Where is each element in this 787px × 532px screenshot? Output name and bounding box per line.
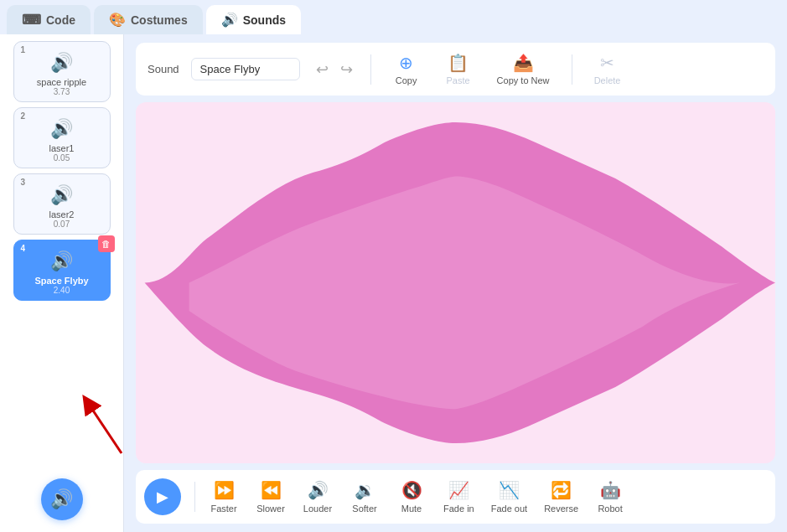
item-num-1: 1 <box>21 45 26 54</box>
louder-label: Louder <box>303 504 332 514</box>
speaker-icon-2: 🔊 <box>50 118 73 140</box>
speaker-icon-3: 🔊 <box>50 184 73 206</box>
item-num-4: 4 <box>21 244 26 253</box>
top-tabs: ⌨ Code 🎨 Costumes 🔊 Sounds <box>0 0 787 34</box>
effect-fade-in[interactable]: 📈 Fade in <box>435 477 483 517</box>
slower-label: Slower <box>256 504 285 514</box>
effect-fade-out[interactable]: 📉 Fade out <box>483 477 536 517</box>
tab-costumes-label: Costumes <box>131 13 188 27</box>
fade-in-icon: 📈 <box>448 480 469 500</box>
delete-label: Delete <box>594 75 621 85</box>
item-dur-2: 0.05 <box>54 153 70 163</box>
copy-to-new-action[interactable]: 📤 Copy to New <box>489 49 558 89</box>
effect-mute[interactable]: 🔇 Mute <box>388 477 435 517</box>
faster-icon: ⏩ <box>214 480 235 500</box>
copy-to-new-icon: 📤 <box>513 53 534 73</box>
tab-sounds[interactable]: 🔊 Sounds <box>206 5 301 34</box>
robot-label: Robot <box>598 504 622 514</box>
toolbar-divider-1 <box>370 54 371 85</box>
effect-reverse[interactable]: 🔁 Reverse <box>536 477 587 517</box>
costumes-icon: 🎨 <box>109 12 126 28</box>
undo-redo-group: ↩ ↪ <box>312 59 357 80</box>
item-name-4: Space Flyby <box>34 276 88 286</box>
tab-sounds-label: Sounds <box>243 13 286 27</box>
add-sound-button[interactable]: 🔊 <box>41 478 83 520</box>
effects-divider <box>194 482 195 512</box>
play-icon: ▶ <box>157 488 168 506</box>
sound-label: Sound <box>148 63 179 75</box>
paste-label: Paste <box>447 75 470 85</box>
copy-icon: ⊕ <box>399 53 413 73</box>
copy-action[interactable]: ⊕ Copy <box>385 49 428 89</box>
sounds-icon: 🔊 <box>221 12 238 28</box>
toolbar: Sound ↩ ↪ ⊕ Copy 📋 Paste 📤 Copy to New <box>136 43 775 96</box>
content-area: Sound ↩ ↪ ⊕ Copy 📋 Paste 📤 Copy to New <box>124 34 787 532</box>
fade-out-label: Fade out <box>491 504 527 514</box>
effect-slower[interactable]: ⏪ Slower <box>247 477 294 517</box>
mute-label: Mute <box>401 504 422 514</box>
faster-label: Faster <box>210 504 236 514</box>
redo-button[interactable]: ↪ <box>336 59 357 80</box>
mute-icon: 🔇 <box>401 480 422 500</box>
speaker-icon-4: 🔊 <box>50 251 73 272</box>
item-name-1: space ripple <box>37 77 86 87</box>
sound-name-input[interactable] <box>191 58 300 80</box>
sidebar-item-space-ripple[interactable]: 1 🔊 space ripple 3.73 <box>13 41 111 102</box>
louder-icon: 🔊 <box>308 480 329 500</box>
waveform-svg <box>136 102 775 463</box>
effects-toolbar: ▶ ⏩ Faster ⏪ Slower 🔊 Louder 🔉 Softer 🔇 <box>136 470 775 524</box>
item-num-2: 2 <box>21 111 26 121</box>
main-layout: 1 🔊 space ripple 3.73 2 🔊 laser1 0.05 3 … <box>0 34 787 532</box>
item-name-3: laser2 <box>49 209 75 220</box>
paste-action[interactable]: 📋 Paste <box>437 49 480 89</box>
reverse-label: Reverse <box>544 504 578 514</box>
speaker-icon-1: 🔊 <box>50 52 73 74</box>
effect-faster[interactable]: ⏩ Faster <box>200 477 247 517</box>
reverse-icon: 🔁 <box>551 480 572 500</box>
tab-costumes[interactable]: 🎨 Costumes <box>94 5 203 34</box>
waveform-container <box>136 102 775 463</box>
sidebar: 1 🔊 space ripple 3.73 2 🔊 laser1 0.05 3 … <box>0 34 124 532</box>
item-name-2: laser1 <box>49 143 75 153</box>
slower-icon: ⏪ <box>261 480 282 500</box>
fade-out-icon: 📉 <box>499 480 520 500</box>
delete-badge[interactable]: 🗑 <box>98 235 115 252</box>
item-num-3: 3 <box>21 178 26 187</box>
undo-button[interactable]: ↩ <box>312 59 333 80</box>
effect-softer[interactable]: 🔉 Softer <box>341 477 388 517</box>
paste-icon: 📋 <box>448 53 469 73</box>
play-button[interactable]: ▶ <box>144 478 181 515</box>
item-dur-1: 3.73 <box>54 87 70 96</box>
add-sound-icon: 🔊 <box>50 488 73 510</box>
effect-louder[interactable]: 🔊 Louder <box>294 477 341 517</box>
sidebar-item-space-flyby[interactable]: 🗑 4 🔊 Space Flyby 2.40 <box>13 240 111 301</box>
fade-in-label: Fade in <box>443 504 474 514</box>
copy-label: Copy <box>396 75 417 85</box>
robot-icon: 🤖 <box>600 480 621 500</box>
tab-code[interactable]: ⌨ Code <box>7 5 91 34</box>
toolbar-divider-2 <box>572 54 572 85</box>
softer-label: Softer <box>352 504 376 514</box>
softer-icon: 🔉 <box>355 480 375 500</box>
sidebar-item-laser2[interactable]: 3 🔊 laser2 0.07 <box>13 173 111 235</box>
code-icon: ⌨ <box>22 12 41 28</box>
item-dur-3: 0.07 <box>54 220 70 229</box>
delete-icon: ✂ <box>600 53 614 73</box>
tab-code-label: Code <box>46 13 75 27</box>
effect-robot[interactable]: 🤖 Robot <box>587 477 634 517</box>
sidebar-item-laser1[interactable]: 2 🔊 laser1 0.05 <box>13 107 111 168</box>
item-dur-4: 2.40 <box>54 286 70 295</box>
delete-action[interactable]: ✂ Delete <box>586 49 629 89</box>
copy-to-new-label: Copy to New <box>497 75 550 85</box>
